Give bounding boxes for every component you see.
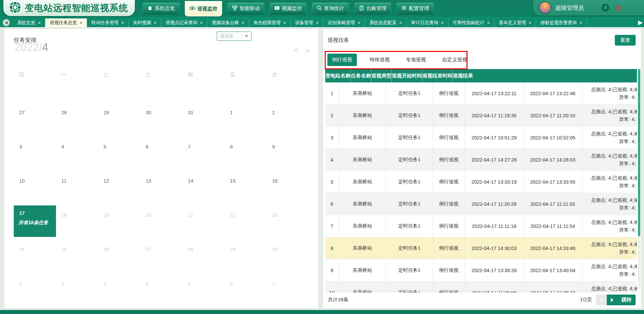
workspace-tab[interactable]: 审计日志查询 ×	[407, 18, 448, 27]
calendar-day-cell[interactable]: 1	[14, 274, 56, 305]
calendar-day-cell[interactable]: 8	[225, 137, 267, 169]
table-row[interactable]: 8 东善桥站 定时任务1 例行巡视 2022-04-17 14:30:03 20…	[325, 237, 637, 259]
prev-page-button[interactable]	[596, 295, 607, 305]
nav-config-management[interactable]: 配置管理	[396, 3, 434, 14]
workspace-tab[interactable]: 实时视频 ×	[129, 18, 161, 27]
calendar-day-cell[interactable]: 26	[98, 240, 140, 271]
table-row[interactable]: 9 东善桥站 定时任务1 例行巡视 2022-04-17 13:39:28 20…	[325, 259, 637, 281]
nav-system-overview[interactable]: 系统总览	[143, 3, 179, 14]
nav-ledger-management[interactable]: 台账管理	[354, 3, 391, 14]
calendar-day-cell[interactable]: 29	[225, 240, 267, 271]
next-month-icon[interactable]: >	[305, 46, 310, 55]
table-scrollbar-thumb[interactable]	[638, 69, 640, 236]
workspace-tab[interactable]: 设备管理 ×	[291, 18, 323, 27]
table-row[interactable]: 3 东善桥站 定时任务1 例行巡视 2022-04-17 10:51:29 20…	[325, 127, 637, 149]
workspace-tab[interactable]: 巡视任务总览 ×	[45, 18, 87, 27]
calendar-day-cell[interactable]: 18	[56, 205, 98, 237]
filter-tab[interactable]: 例行巡视	[327, 54, 357, 66]
calendar-day-cell[interactable]: 6	[225, 274, 267, 305]
workspace-tab[interactable]: 视频设备台账 ×	[207, 18, 249, 27]
calendar-day-cell[interactable]: 25	[56, 240, 98, 271]
calendar-day-cell[interactable]: 3	[98, 274, 140, 305]
close-icon[interactable]: ×	[200, 20, 203, 25]
close-icon[interactable]: ×	[79, 20, 82, 25]
calendar-day-cell[interactable]: 4	[56, 137, 98, 169]
calendar-day-cell[interactable]: 23	[267, 205, 309, 237]
workspace-tab[interactable]: 可靠性指标统计 ×	[448, 18, 495, 27]
close-icon[interactable]: ×	[487, 20, 490, 25]
workspace-tab[interactable]: 系统总览 ×	[13, 18, 45, 27]
calendar-day-cell[interactable]: 19	[98, 205, 140, 237]
info-icon[interactable]: i	[601, 4, 609, 12]
table-row[interactable]: 4 东善桥站 定时任务1 例行巡视 2022-04-17 14:27:28 20…	[325, 149, 637, 171]
workspace-tab[interactable]: 巡视点记录查询 ×	[161, 18, 208, 27]
user-avatar[interactable]	[539, 1, 551, 14]
nav-video-monitor[interactable]: 视频监控	[270, 3, 307, 14]
calendar-day-cell[interactable]: 12	[98, 171, 140, 203]
close-icon[interactable]: ×	[154, 20, 157, 25]
table-row[interactable]: 5 东善桥站 定时任务1 例行巡视 2022-04-17 13:33:19 20…	[325, 171, 637, 193]
power-icon[interactable]	[613, 3, 622, 12]
filter-tab[interactable]: 专项巡视	[402, 54, 429, 66]
workspace-tab[interactable]: 识别策略管理 ×	[323, 18, 365, 27]
calendar-day-cell[interactable]: 14	[182, 171, 225, 203]
calendar-day-cell[interactable]: 6	[140, 137, 182, 169]
table-row[interactable]: 2 东善桥站 定时任务1 例行巡视 2022-04-17 11:19:35 20…	[325, 105, 637, 127]
table-row[interactable]: 6 东善桥站 定时任务1 例行巡视 2022-04-17 11:20:28 20…	[325, 193, 637, 215]
calendar-day-cell[interactable]: 30	[267, 240, 309, 271]
jump-button[interactable]: 跳转	[618, 295, 636, 305]
station-select[interactable]: 请选择	[217, 32, 252, 41]
next-page-button[interactable]	[607, 295, 618, 305]
calendar-day-cell[interactable]: 28	[182, 240, 225, 271]
calendar-day-cell[interactable]: 17 共有18条任务	[14, 205, 56, 237]
filter-tab[interactable]: 特殊巡视	[366, 54, 393, 66]
calendar-day-cell[interactable]: 11	[56, 171, 98, 203]
calendar-day-cell[interactable]: 30	[140, 103, 182, 134]
nav-smart-linkage[interactable]: 智能联动	[227, 3, 264, 14]
table-row[interactable]: 1 东善桥站 定时任务1 例行巡视 2022-04-17 13:22:11 20…	[325, 82, 637, 105]
close-icon[interactable]: ×	[441, 20, 443, 25]
close-icon[interactable]: ×	[579, 20, 582, 25]
prev-month-icon[interactable]: <	[294, 46, 299, 55]
reset-button[interactable]: 重置	[615, 35, 636, 46]
calendar-day-cell[interactable]: 5	[98, 137, 140, 169]
calendar-day-cell[interactable]: 27	[14, 103, 56, 134]
close-icon[interactable]: ×	[38, 20, 41, 25]
workspace-tab[interactable]: 联动任务管理 ×	[87, 18, 128, 27]
close-icon[interactable]: ×	[121, 20, 124, 25]
close-icon[interactable]: ×	[358, 20, 360, 25]
workspace-tab[interactable]: 基本定义管理 ×	[494, 18, 536, 27]
tabs-scroll-left-icon[interactable]: ◀	[3, 19, 10, 26]
calendar-day-cell[interactable]: 3	[14, 137, 56, 169]
calendar-day-cell[interactable]: 5	[182, 274, 225, 305]
calendar-day-cell[interactable]: 29	[98, 103, 140, 134]
nav-inspection-monitor[interactable]: 巡视监控	[185, 1, 222, 16]
table-scrollbar-track[interactable]	[638, 69, 640, 289]
calendar-day-cell[interactable]: 2	[56, 274, 98, 305]
calendar-day-cell[interactable]: 4	[140, 274, 182, 305]
close-icon[interactable]: ×	[529, 20, 531, 25]
table-row[interactable]: 7 东善桥站 定时任务1 例行巡视 2022-04-17 11:11:18 20…	[325, 215, 637, 237]
workspace-tab[interactable]: 静默监视告警查询 ×	[536, 18, 587, 27]
calendar-day-cell[interactable]: 1	[225, 103, 267, 134]
calendar-day-cell[interactable]: 9	[267, 137, 309, 169]
calendar-day-cell[interactable]: 20	[140, 205, 182, 237]
calendar-day-cell[interactable]: 27	[140, 240, 182, 271]
calendar-day-cell[interactable]: 15	[225, 171, 267, 203]
close-icon[interactable]: ×	[241, 20, 244, 25]
calendar-day-cell[interactable]: 24	[14, 240, 56, 271]
calendar-day-cell[interactable]: 28	[56, 103, 98, 134]
calendar-day-cell[interactable]: 7	[182, 137, 225, 169]
calendar-day-cell[interactable]: 10	[14, 171, 56, 203]
workspace-tab[interactable]: 角色权限管理 ×	[249, 18, 291, 27]
tabs-scroll-right-icon[interactable]: ▶	[638, 19, 643, 26]
calendar-day-cell[interactable]: 31	[182, 103, 225, 134]
calendar-day-cell[interactable]: 21	[182, 205, 225, 237]
calendar-day-cell[interactable]: 22	[225, 205, 267, 237]
filter-tab[interactable]: 自定义巡视	[439, 54, 471, 66]
calendar-day-cell[interactable]: 2	[267, 103, 309, 134]
close-icon[interactable]: ×	[316, 20, 319, 25]
calendar-day-cell[interactable]: 13	[140, 171, 182, 203]
close-icon[interactable]: ×	[283, 20, 286, 25]
calendar-day-cell[interactable]: 16	[267, 171, 309, 203]
